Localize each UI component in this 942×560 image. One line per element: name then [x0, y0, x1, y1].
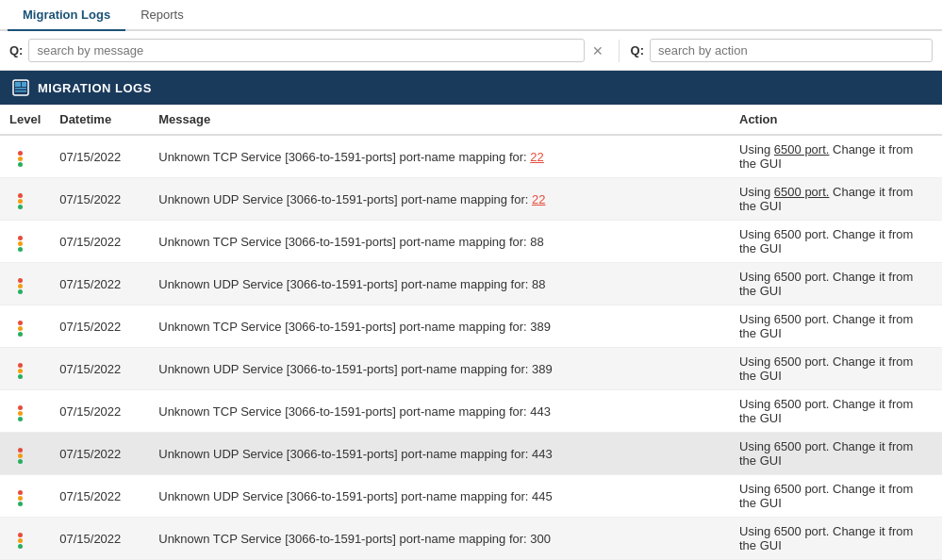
tab-bar: Migration Logs Reports [0, 0, 942, 31]
message-cell: Unknown TCP Service [3066-to-1591-ports]… [149, 135, 730, 178]
message-cell: Unknown TCP Service [3066-to-1591-ports]… [149, 390, 730, 433]
table-row: 07/15/2022Unknown UDP Service [3066-to-1… [0, 433, 942, 475]
level-cell [0, 475, 50, 518]
traffic-light-icon [9, 403, 30, 423]
table-row: 07/15/2022Unknown UDP Service [3066-to-1… [0, 348, 942, 390]
message-cell: Unknown UDP Service [3066-to-1591-ports]… [149, 433, 730, 475]
table-row: 07/15/2022Unknown UDP Service [3066-to-1… [0, 263, 942, 305]
col-datetime: Datetime [50, 105, 149, 135]
section-title: MIGRATION LOGS [38, 81, 152, 95]
message-cell: Unknown UDP Service [3066-to-1591-ports]… [149, 348, 730, 390]
table-row: 07/15/2022Unknown TCP Service [3066-to-1… [0, 135, 942, 178]
section-header: MIGRATION LOGS [0, 71, 942, 105]
action-cell: Using 6500 port. Change it from the GUI [730, 475, 942, 518]
datetime-cell: 07/15/2022 [50, 305, 149, 348]
datetime-cell: 07/15/2022 [50, 518, 149, 560]
action-cell: Using 6500 port. Change it from the GUI [730, 221, 942, 263]
message-search-input[interactable] [28, 39, 584, 62]
datetime-cell: 07/15/2022 [50, 390, 149, 433]
traffic-light-icon [9, 445, 30, 466]
datetime-cell: 07/15/2022 [50, 178, 149, 221]
level-cell [0, 518, 50, 560]
datetime-cell: 07/15/2022 [50, 263, 149, 305]
traffic-light-icon [9, 233, 30, 254]
svg-rect-4 [15, 91, 26, 92]
search-divider [619, 40, 620, 62]
log-table: Level Datetime Message Action 07/15/2022… [0, 105, 942, 560]
clear-message-button[interactable]: ✕ [588, 41, 607, 60]
message-cell: Unknown TCP Service [3066-to-1591-ports]… [149, 305, 730, 348]
datetime-cell: 07/15/2022 [50, 475, 149, 518]
tab-reports[interactable]: Reports [125, 0, 199, 31]
svg-rect-2 [22, 82, 26, 87]
table-row: 07/15/2022Unknown TCP Service [3066-to-1… [0, 390, 942, 433]
datetime-cell: 07/15/2022 [50, 135, 149, 178]
table-header-row: Level Datetime Message Action [0, 105, 942, 135]
col-action: Action [730, 105, 942, 135]
level-cell [0, 390, 50, 433]
level-cell [0, 178, 50, 221]
action-cell: Using 6500 port. Change it from the GUI [730, 263, 942, 305]
action-link[interactable]: 6500 port. [774, 185, 830, 199]
message-search-section: ✕ [28, 39, 606, 62]
level-cell [0, 221, 50, 263]
action-cell: Using 6500 port. Change it from the GUI [730, 305, 942, 348]
datetime-cell: 07/15/2022 [50, 433, 149, 475]
table-row: 07/15/2022Unknown TCP Service [3066-to-1… [0, 221, 942, 263]
tab-migration-logs[interactable]: Migration Logs [8, 0, 125, 31]
search-bar: Q: ✕ Q: [0, 31, 942, 71]
traffic-light-icon [9, 318, 30, 338]
message-cell: Unknown UDP Service [3066-to-1591-ports]… [149, 178, 730, 221]
level-cell [0, 348, 50, 390]
table-row: 07/15/2022Unknown TCP Service [3066-to-1… [0, 305, 942, 348]
level-cell [0, 305, 50, 348]
table-row: 07/15/2022Unknown UDP Service [3066-to-1… [0, 178, 942, 221]
message-cell: Unknown TCP Service [3066-to-1591-ports]… [149, 221, 730, 263]
action-cell: Using 6500 port. Change it from the GUI [730, 348, 942, 390]
svg-rect-1 [15, 82, 21, 87]
action-cell: Using 6500 port. Change it from the GUI [730, 433, 942, 475]
level-cell [0, 135, 50, 178]
action-cell: Using 6500 port. Change it from the GUI [730, 178, 942, 221]
message-search-label: Q: [9, 43, 23, 58]
table-row: 07/15/2022Unknown TCP Service [3066-to-1… [0, 518, 942, 560]
datetime-cell: 07/15/2022 [50, 348, 149, 390]
traffic-light-icon [9, 275, 30, 296]
col-level: Level [0, 105, 50, 135]
action-search-label: Q: [631, 43, 644, 58]
traffic-light-icon [9, 190, 30, 211]
traffic-light-icon [9, 530, 30, 551]
action-link[interactable]: 6500 port. [774, 142, 830, 156]
svg-rect-3 [15, 88, 26, 90]
col-message: Message [149, 105, 730, 135]
action-cell: Using 6500 port. Change it from the GUI [730, 135, 942, 178]
datetime-cell: 07/15/2022 [50, 221, 149, 263]
action-search-section [650, 39, 933, 62]
action-cell: Using 6500 port. Change it from the GUI [730, 390, 942, 433]
traffic-light-icon [9, 487, 30, 508]
message-cell: Unknown UDP Service [3066-to-1591-ports]… [149, 263, 730, 305]
traffic-light-icon [9, 360, 30, 381]
migration-logs-icon [11, 78, 30, 97]
traffic-light-icon [9, 148, 30, 169]
message-cell: Unknown UDP Service [3066-to-1591-ports]… [149, 475, 730, 518]
action-search-input[interactable] [650, 39, 933, 62]
action-cell: Using 6500 port. Change it from the GUI [730, 518, 942, 560]
level-cell [0, 433, 50, 475]
message-cell: Unknown TCP Service [3066-to-1591-ports]… [149, 518, 730, 560]
level-cell [0, 263, 50, 305]
table-row: 07/15/2022Unknown UDP Service [3066-to-1… [0, 475, 942, 518]
